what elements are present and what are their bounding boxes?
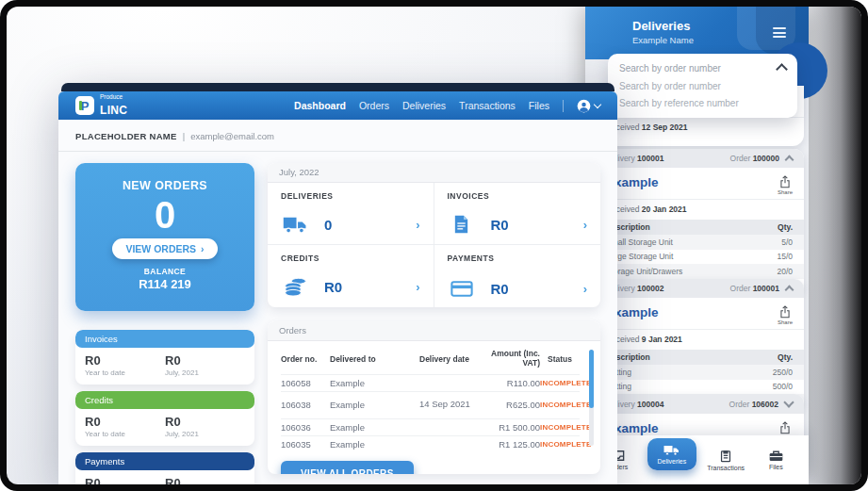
status-badge: INCOMPLETE (540, 401, 591, 409)
device-frame: Deliveries Example Name Example Share Re… (0, 0, 868, 491)
account-email: example@email.com (190, 131, 274, 141)
received-date-row: Received 20 Jan 2021 (595, 199, 804, 220)
briefcase-icon (769, 450, 783, 462)
coins-icon (281, 277, 309, 297)
new-orders-card: NEW ORDERS 0 VIEW ORDERS › BALANCE R114 … (75, 163, 254, 311)
delivery-card-header[interactable]: Delivery 100004 Order 106002 (595, 394, 804, 414)
balance-value: R114 219 (139, 277, 191, 291)
payments-tile[interactable]: PAYMENTS R0 › (434, 245, 601, 307)
left-column: NEW ORDERS 0 VIEW ORDERS › BALANCE R114 … (75, 163, 254, 474)
chevron-down-icon (594, 101, 601, 108)
nav-files[interactable]: Files (529, 100, 549, 111)
credits-summary-card: Credits R0Year to date R0July, 2021 (75, 391, 254, 446)
mobile-header: Deliveries Example Name (585, 7, 809, 59)
orders-table-header: Order no. Delivered to Delivery date Amo… (281, 347, 580, 374)
credits-summary-title: Credits (75, 391, 254, 409)
delivery-card-header[interactable]: Delivery 100002 Order 100001 (595, 279, 804, 298)
share-button[interactable]: Share (778, 175, 793, 195)
mobile-user-name: Example Name (632, 35, 694, 45)
balance-label: BALANCE (144, 267, 186, 276)
item-row: Small Storage Unit5/0 (595, 235, 804, 250)
view-all-orders-button[interactable]: VIEW ALL ORDERS (281, 461, 414, 474)
table-scrollbar[interactable] (589, 350, 594, 446)
deliveries-tile[interactable]: DELIVERIES 0 › (268, 183, 434, 245)
item-row: Large Storage Unit15/0 (595, 250, 804, 265)
delivery-card-header[interactable]: Delivery 100001 Order 100000 (595, 149, 804, 168)
credits-tile[interactable]: CREDITS R0 › (268, 245, 434, 307)
payments-summary-title: Payments (75, 452, 254, 470)
search-option-reference-number[interactable]: Search by reference number (608, 95, 797, 112)
month-summary-panel: July, 2022 DELIVERIES 0 › (268, 163, 600, 307)
invoices-prev-value: R0 (165, 353, 245, 368)
screen-viewport: Deliveries Example Name Example Share Re… (7, 7, 861, 484)
main-nav-items: Dashboard Orders Deliveries Transactions… (294, 99, 600, 113)
mobile-page-title: Deliveries (632, 19, 690, 33)
share-icon (779, 175, 791, 188)
received-date-row: Received 12 Sep 2021 (595, 117, 804, 138)
produce-linc-logo[interactable]: P Produce LINC (75, 94, 127, 117)
credits-ytd-value: R0 (85, 415, 165, 429)
hamburger-menu-icon[interactable] (773, 27, 786, 41)
truck-icon (663, 445, 680, 456)
table-row[interactable]: 106038Example14 Sep 2021R625.00INCOMPLET… (281, 391, 580, 418)
mobile-nav-transactions[interactable]: Transactions (705, 450, 746, 471)
expand-icon[interactable] (783, 397, 794, 407)
collapse-icon[interactable] (785, 285, 794, 294)
orders-panel-title: Orders (268, 321, 600, 341)
status-badge: INCOMPLETE (540, 379, 591, 387)
view-orders-button[interactable]: VIEW ORDERS › (112, 238, 217, 259)
invoices-tile[interactable]: INVOICES R0 › (434, 183, 601, 245)
mobile-nav-deliveries[interactable]: Deliveries (647, 438, 696, 470)
window-top-edge (61, 83, 614, 91)
mobile-nav-files[interactable]: Files (755, 450, 796, 470)
logo-icon: P (75, 96, 94, 115)
brand-produce: Produce (100, 94, 127, 101)
truck-icon (281, 216, 309, 234)
delivery-card: Delivery 100002 Order 100001 Example Sha… (595, 279, 804, 409)
nav-dashboard[interactable]: Dashboard (294, 100, 346, 111)
delivery-card: Delivery 100001 Order 100000 Example Sha… (595, 149, 804, 293)
chevron-right-icon: › (416, 280, 419, 294)
account-menu[interactable] (577, 99, 600, 113)
right-column: July, 2022 DELIVERIES 0 › (268, 163, 600, 474)
invoices-summary-card: Invoices R0Year to date R0July, 2021 (75, 330, 254, 385)
main-nav-bar: P Produce LINC Dashboard Orders Deliveri… (58, 91, 617, 120)
desktop-dashboard-window: P Produce LINC Dashboard Orders Deliveri… (58, 83, 617, 484)
month-panel-title: July, 2022 (268, 163, 600, 183)
item-row: Netting250/0 (595, 365, 804, 380)
share-icon (779, 421, 791, 434)
mobile-bottom-nav: Orders Deliveries Transactions Files (585, 435, 809, 484)
table-row[interactable]: 106036ExampleR1 500.00INCOMPLETE (281, 418, 580, 435)
scrollbar-thumb[interactable] (589, 350, 594, 408)
received-date-row: Received 9 Jan 2021 (595, 329, 804, 350)
chevron-right-icon: › (416, 218, 419, 232)
chevron-right-icon: › (583, 218, 587, 232)
search-input[interactable]: Search by order number (608, 58, 797, 78)
chevron-right-icon: › (201, 243, 205, 254)
new-orders-count: 0 (155, 194, 175, 236)
nav-transactions[interactable]: Transactions (459, 100, 516, 111)
search-option-order-number[interactable]: Search by order number (608, 78, 797, 95)
item-row: Netting500/0 (595, 380, 804, 395)
status-badge: INCOMPLETE (540, 423, 591, 432)
orders-table: Order no. Delivered to Delivery date Amo… (268, 341, 600, 452)
nav-orders[interactable]: Orders (359, 100, 389, 111)
invoices-summary-title: Invoices (75, 330, 254, 348)
share-button[interactable]: Share (778, 305, 793, 325)
nav-divider (563, 100, 564, 112)
share-icon (779, 305, 791, 319)
nav-deliveries[interactable]: Deliveries (402, 100, 446, 111)
card-icon (448, 281, 476, 297)
items-table-header: DescriptionQty. (595, 220, 804, 235)
payments-ytd-value: R0 (85, 476, 165, 484)
table-row[interactable]: 106035ExampleR1 125.00INCOMPLETE (281, 435, 580, 452)
new-orders-title: NEW ORDERS (123, 179, 207, 192)
item-row: Storage Unit/Drawers20/0 (595, 264, 804, 279)
payments-prev-value: R0 (165, 476, 245, 484)
invoice-icon (448, 215, 476, 234)
dashboard-body: PLACEHOLDER NAME | example@email.com NEW… (58, 120, 617, 484)
credits-prev-value: R0 (165, 415, 245, 429)
items-table-header: DescriptionQty. (595, 350, 804, 365)
collapse-icon[interactable] (785, 155, 794, 164)
table-row[interactable]: 106058ExampleR110.00INCOMPLETE (281, 374, 580, 391)
